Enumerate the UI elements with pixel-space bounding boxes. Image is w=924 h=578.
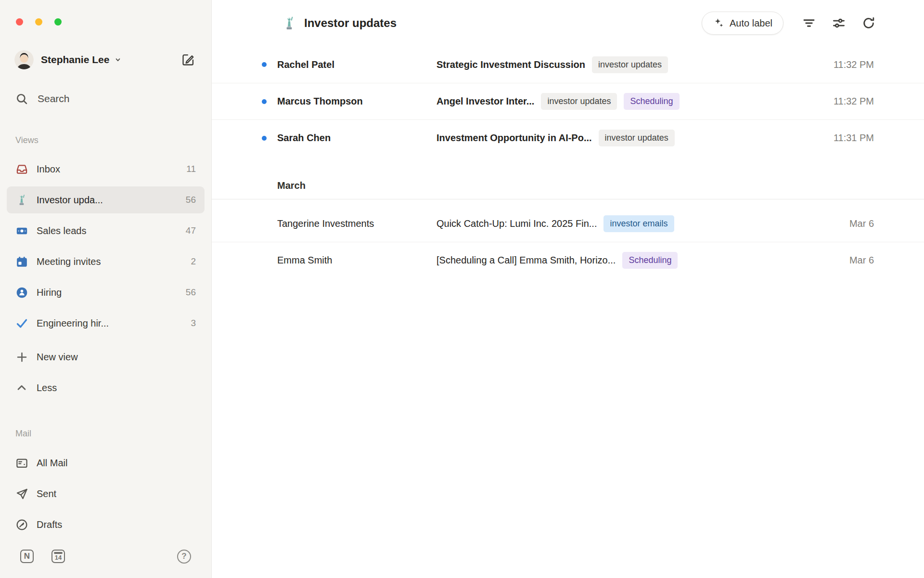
- email-sender: Tangerine Investments: [277, 218, 436, 229]
- sidebar-item-meeting-invites[interactable]: Meeting invites 2: [7, 248, 205, 275]
- minimize-window-button[interactable]: [35, 18, 42, 26]
- unread-count: 47: [186, 225, 196, 236]
- user-name: Stephanie Lee: [41, 54, 109, 66]
- unread-count: 2: [191, 256, 196, 267]
- user-menu[interactable]: Stephanie Lee: [0, 50, 211, 70]
- email-sender: Marcus Thompson: [277, 96, 436, 107]
- email-label-tag[interactable]: Scheduling: [624, 93, 679, 110]
- sidebar-item-label: All Mail: [37, 458, 196, 469]
- sidebar-item-engineering-hiring[interactable]: Engineering hir... 3: [7, 310, 205, 337]
- sidebar-item-label: Meeting invites: [37, 256, 185, 267]
- new-view-label: New view: [37, 352, 196, 363]
- email-sender: Emma Smith: [277, 255, 436, 266]
- email-subject: Strategic Investment Discussion: [436, 59, 585, 70]
- email-row[interactable]: Sarah Chen Investment Opportunity in AI-…: [212, 119, 924, 156]
- email-row[interactable]: Tangerine Investments Quick Catch-Up: Lu…: [212, 205, 924, 242]
- email-subject: Angel Investor Inter...: [436, 96, 534, 107]
- sidebar-item-inbox[interactable]: Inbox 11: [7, 156, 205, 183]
- unread-dot: [262, 99, 267, 104]
- sidebar-footer: N 14 ?: [0, 549, 211, 578]
- group-label: March: [277, 180, 306, 191]
- close-window-button[interactable]: [16, 18, 23, 26]
- mail-section-label: Mail: [0, 428, 211, 439]
- main-panel: Investor updates Auto label: [212, 0, 924, 578]
- header-actions: Auto label: [702, 12, 876, 35]
- views-nav: Inbox 11 Investor upda...: [0, 156, 211, 405]
- group-header-march: March: [212, 156, 924, 199]
- email-list: Rachel Patel Strategic Investment Discus…: [212, 46, 924, 578]
- email-row[interactable]: Rachel Patel Strategic Investment Discus…: [212, 46, 924, 83]
- chevron-up-icon: [14, 381, 29, 395]
- email-group-march: Tangerine Investments Quick Catch-Up: Lu…: [212, 199, 924, 278]
- sidebar-item-label: Sent: [37, 488, 196, 499]
- sidebar-item-label: Investor upda...: [37, 195, 180, 206]
- email-label-tag[interactable]: Scheduling: [622, 252, 678, 269]
- email-label-tag[interactable]: investor updates: [599, 130, 675, 146]
- inbox-icon: [14, 162, 29, 176]
- email-time: 11:32 PM: [824, 96, 874, 107]
- refresh-icon[interactable]: [861, 16, 876, 30]
- notion-icon[interactable]: N: [20, 549, 34, 564]
- sidebar-item-all-mail[interactable]: All Mail: [7, 449, 205, 476]
- email-label-tag[interactable]: investor updates: [541, 93, 617, 110]
- less-button[interactable]: Less: [7, 374, 205, 401]
- email-label-tag[interactable]: investor updates: [592, 56, 668, 73]
- email-row[interactable]: Emma Smith [Scheduling a Call] Emma Smit…: [212, 242, 924, 278]
- window-controls: [0, 0, 211, 26]
- paper-plane-icon: [14, 486, 29, 501]
- email-label-tag[interactable]: investor emails: [603, 215, 674, 232]
- views-section-label: Views: [0, 134, 211, 146]
- unread-count: 56: [186, 287, 196, 298]
- email-subject: [Scheduling a Call] Emma Smith, Horizo..…: [436, 255, 616, 266]
- email-subject: Quick Catch-Up: Lumi Inc. 2025 Fin...: [436, 218, 597, 229]
- app-window: Stephanie Lee Search Views: [0, 0, 924, 578]
- banknote-icon: [14, 223, 29, 238]
- sidebar-item-sent[interactable]: Sent: [7, 480, 205, 507]
- less-label: Less: [37, 382, 196, 394]
- calendar-app-icon[interactable]: 14: [51, 549, 65, 564]
- email-group-today: Rachel Patel Strategic Investment Discus…: [212, 46, 924, 156]
- display-settings-icon[interactable]: [832, 16, 846, 30]
- statue-icon: [14, 193, 29, 207]
- auto-label-button[interactable]: Auto label: [702, 12, 783, 35]
- email-time: 11:32 PM: [824, 59, 874, 70]
- help-icon[interactable]: ?: [177, 550, 191, 564]
- email-time: Mar 6: [840, 255, 874, 266]
- email-time: 11:31 PM: [824, 132, 874, 144]
- chevron-down-icon: [113, 55, 123, 65]
- sidebar-item-label: Hiring: [37, 287, 180, 298]
- sidebar: Stephanie Lee Search Views: [0, 0, 212, 578]
- sidebar-item-hiring[interactable]: Hiring 56: [7, 279, 205, 306]
- zoom-window-button[interactable]: [54, 18, 62, 26]
- mail-nav: All Mail Sent: [0, 449, 211, 542]
- email-sender: Sarah Chen: [277, 132, 436, 144]
- unread-count: 3: [191, 318, 196, 328]
- checkmark-icon: [14, 316, 29, 330]
- unread-count: 11: [186, 164, 196, 174]
- email-row[interactable]: Marcus Thompson Angel Investor Inter... …: [212, 83, 924, 119]
- all-mail-icon: [14, 456, 29, 470]
- sidebar-item-label: Sales leads: [37, 225, 180, 236]
- search-bar[interactable]: Search: [0, 91, 211, 106]
- sidebar-item-investor-updates[interactable]: Investor upda... 56: [7, 186, 205, 213]
- new-view-button[interactable]: New view: [7, 343, 205, 370]
- statue-icon: [282, 15, 297, 31]
- search-icon: [14, 92, 29, 106]
- sidebar-item-label: Engineering hir...: [37, 318, 185, 329]
- unread-dot: [262, 62, 267, 67]
- email-sender: Rachel Patel: [277, 59, 436, 70]
- avatar: [14, 50, 34, 69]
- email-time: Mar 6: [840, 218, 874, 229]
- sidebar-item-sales-leads[interactable]: Sales leads 47: [7, 217, 205, 244]
- drafts-pencil-icon: [14, 517, 29, 532]
- page-title: Investor updates: [304, 16, 397, 30]
- calendar-icon: [14, 254, 29, 269]
- filter-icon[interactable]: [802, 16, 816, 30]
- unread-dot: [262, 136, 267, 141]
- sidebar-item-drafts[interactable]: Drafts: [7, 511, 205, 538]
- email-subject: Investment Opportunity in AI-Po...: [436, 132, 592, 144]
- plus-icon: [14, 350, 29, 364]
- compose-icon[interactable]: [181, 53, 195, 66]
- sidebar-item-label: Drafts: [37, 519, 196, 530]
- view-header: Investor updates Auto label: [212, 0, 924, 46]
